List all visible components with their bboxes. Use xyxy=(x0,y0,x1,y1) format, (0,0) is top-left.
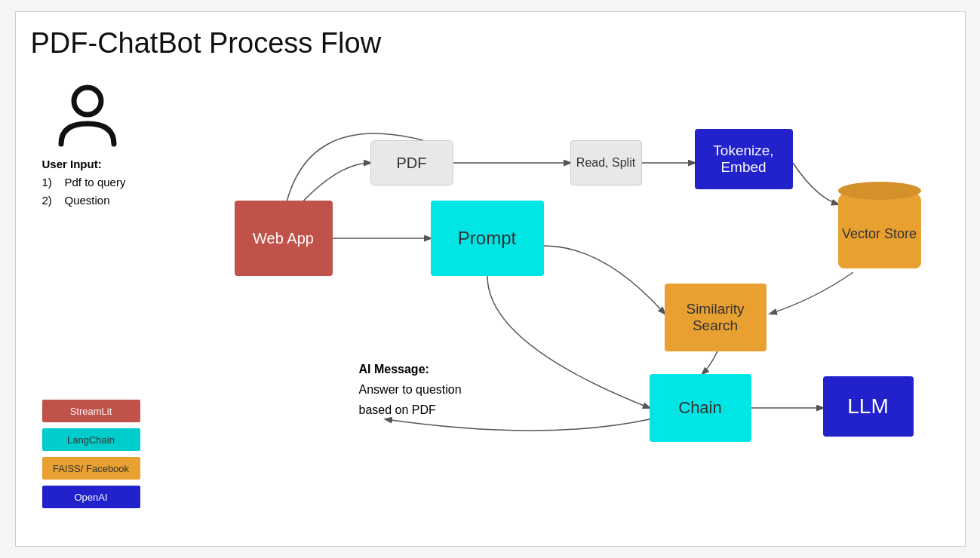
user-input-item-1: 1) Pdf to query xyxy=(42,173,126,192)
prompt-box: Prompt xyxy=(431,201,544,276)
user-input-label: User Input: xyxy=(42,155,126,173)
similarity-search-box: Similarity Search xyxy=(665,284,766,351)
flow-arrows xyxy=(16,12,965,546)
ai-message-label: AI Message: xyxy=(359,359,462,379)
page-container: PDF-ChatBot Process Flow User Input: 1) … xyxy=(15,11,966,547)
vector-store-label: Vector Store xyxy=(842,226,917,242)
user-icon xyxy=(54,80,121,148)
legend-openai: OpenAI xyxy=(42,486,140,508)
read-split-box: Read, Split xyxy=(570,140,642,185)
pdf-box: PDF xyxy=(370,140,453,185)
chain-box: Chain xyxy=(650,374,751,442)
ai-message-section: AI Message: Answer to questionbased on P… xyxy=(359,359,462,421)
svg-point-0 xyxy=(74,87,101,115)
legend-langchain: LangChain xyxy=(42,428,140,451)
user-input-section: User Input: 1) Pdf to query 2) Question xyxy=(42,155,126,210)
legend-streamlit: StreamLit xyxy=(42,400,140,422)
user-input-item-2: 2) Question xyxy=(42,192,126,210)
llm-box: LLM xyxy=(823,376,914,437)
legend: StreamLit LangChain FAISS/ Facebook Open… xyxy=(42,400,140,508)
web-app-box: Web App xyxy=(235,201,333,276)
page-title: PDF-ChatBot Process Flow xyxy=(31,27,950,60)
tokenize-embed-box: Tokenize, Embed xyxy=(695,129,793,189)
legend-faiss: FAISS/ Facebook xyxy=(42,457,140,480)
ai-message-description: Answer to questionbased on PDF xyxy=(359,379,462,420)
vector-store-top xyxy=(838,182,921,200)
